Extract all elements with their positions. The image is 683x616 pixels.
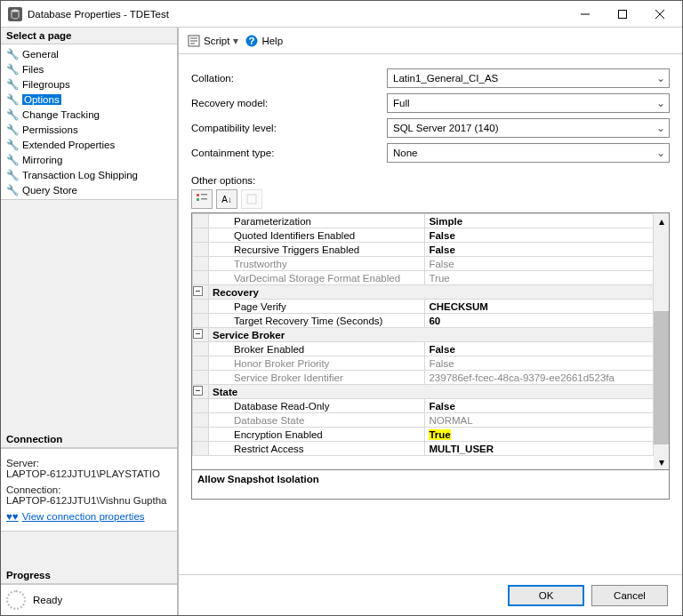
window: Database Properties - TDETest Select a p…: [0, 0, 683, 616]
wrench-icon: 🔧: [6, 78, 19, 91]
property-value[interactable]: Simple: [425, 214, 654, 228]
select-page-header: Select a page: [1, 28, 177, 44]
minimize-button[interactable]: [566, 2, 604, 27]
sidebar-page-change-tracking[interactable]: 🔧Change Tracking: [1, 107, 177, 122]
property-row[interactable]: Quoted Identifiers EnabledFalse: [193, 228, 654, 243]
property-row[interactable]: Restrict AccessMULTI_USER: [193, 442, 654, 456]
scrollbar-thumb[interactable]: [654, 311, 669, 444]
page-label: Mirroring: [22, 155, 62, 165]
collapse-icon[interactable]: [193, 386, 203, 396]
progress-icon: [6, 590, 26, 610]
property-row[interactable]: Page VerifyCHECKSUM: [193, 300, 654, 314]
sidebar-page-transaction-log-shipping[interactable]: 🔧Transaction Log Shipping: [1, 167, 177, 182]
window-controls: [566, 2, 679, 27]
property-value[interactable]: NORMAL: [425, 413, 654, 428]
connection-panel: Server: LAPTOP-612JJTU1\PLAYSTATIO Conne…: [1, 448, 177, 532]
chevron-down-icon: ⌄: [656, 147, 665, 159]
page-label: Files: [22, 64, 44, 75]
chevron-down-icon: ▾: [233, 35, 238, 47]
property-value[interactable]: False: [425, 356, 654, 371]
property-name: Recursive Triggers Enabled: [209, 243, 425, 257]
property-row[interactable]: Recursive Triggers EnabledFalse: [193, 243, 654, 257]
compat-select[interactable]: SQL Server 2017 (140) ⌄: [387, 118, 670, 138]
scroll-down-icon[interactable]: ▾: [654, 454, 669, 469]
category-row[interactable]: Service Broker: [193, 328, 654, 342]
sidebar-page-general[interactable]: 🔧General: [1, 46, 177, 61]
property-name: Broker Enabled: [209, 342, 425, 356]
property-value[interactable]: True: [425, 271, 654, 285]
cancel-button[interactable]: Cancel: [591, 585, 668, 606]
chevron-down-icon: ⌄: [656, 122, 665, 134]
wrench-icon: 🔧: [6, 108, 19, 121]
collapse-icon[interactable]: [193, 286, 203, 296]
connection-label: Connection:: [6, 484, 172, 495]
sidebar-page-filegroups[interactable]: 🔧Filegroups: [1, 76, 177, 92]
category-row[interactable]: State: [193, 385, 654, 399]
wrench-icon: 🔧: [6, 154, 19, 166]
property-value[interactable]: 239786ef-fcec-48ca-9379-ee2661d523fa: [425, 371, 654, 385]
property-name: VarDecimal Storage Format Enabled: [209, 271, 425, 285]
dialog-footer: OK Cancel: [179, 574, 682, 615]
property-value[interactable]: MULTI_USER: [425, 442, 654, 456]
sidebar-page-options[interactable]: 🔧Options: [1, 92, 177, 107]
property-row[interactable]: Database Read-OnlyFalse: [193, 399, 654, 413]
sidebar: Select a page 🔧General🔧Files🔧Filegroups🔧…: [1, 28, 179, 615]
server-label: Server:: [6, 458, 172, 468]
progress-status: Ready: [33, 595, 62, 605]
category-row[interactable]: Recovery: [193, 285, 654, 300]
page-label: Transaction Log Shipping: [22, 170, 138, 180]
script-button[interactable]: Script ▾: [188, 35, 238, 47]
property-row[interactable]: Target Recovery Time (Seconds)60: [193, 314, 654, 328]
maximize-button[interactable]: [604, 2, 641, 27]
view-connection-link[interactable]: ♥♥ View connection properties: [6, 511, 145, 522]
ok-button[interactable]: OK: [508, 585, 584, 606]
sidebar-page-extended-properties[interactable]: 🔧Extended Properties: [1, 137, 177, 152]
svg-rect-13: [201, 194, 207, 196]
scroll-up-icon[interactable]: ▴: [654, 213, 669, 228]
close-button[interactable]: [641, 2, 679, 27]
scrollbar[interactable]: ▴ ▾: [654, 213, 669, 469]
property-row[interactable]: Encryption EnabledTrue: [193, 428, 654, 442]
property-value[interactable]: False: [425, 257, 654, 271]
sidebar-page-files[interactable]: 🔧Files: [1, 61, 177, 76]
connection-icon: ♥♥: [6, 511, 19, 522]
property-row[interactable]: Honor Broker PriorityFalse: [193, 356, 654, 371]
main-panel: Script ▾ ? Help Collation: Latin1_Genera…: [179, 28, 682, 615]
titlebar: Database Properties - TDETest: [1, 1, 682, 28]
property-row[interactable]: Database StateNORMAL: [193, 413, 654, 428]
content: Collation: Latin1_General_CI_AS ⌄ Recove…: [179, 54, 682, 574]
property-value[interactable]: CHECKSUM: [425, 300, 654, 314]
svg-rect-12: [197, 198, 199, 201]
alphabetical-button[interactable]: A↓: [216, 189, 237, 209]
containment-select[interactable]: None ⌄: [387, 143, 670, 163]
sidebar-page-query-store[interactable]: 🔧Query Store: [1, 182, 177, 197]
property-pages-button[interactable]: [241, 189, 262, 209]
categorized-button[interactable]: [191, 189, 213, 209]
script-icon: [188, 35, 200, 47]
property-value[interactable]: False: [425, 399, 654, 413]
property-name: Database State: [209, 413, 425, 428]
property-value[interactable]: 60: [425, 314, 654, 328]
recovery-model-select[interactable]: Full ⌄: [387, 93, 670, 113]
help-button[interactable]: ? Help: [245, 35, 283, 47]
sidebar-page-mirroring[interactable]: 🔧Mirroring: [1, 152, 177, 167]
collation-select[interactable]: Latin1_General_CI_AS ⌄: [387, 68, 670, 88]
property-name: Target Recovery Time (Seconds): [209, 314, 425, 328]
wrench-icon: 🔧: [6, 48, 19, 60]
property-value[interactable]: False: [425, 243, 654, 257]
property-value[interactable]: False: [425, 342, 654, 356]
collation-label: Collation:: [191, 73, 387, 84]
property-value[interactable]: False: [425, 228, 654, 243]
property-grid[interactable]: ▴ ▾ ParameterizationSimpleQuoted Identif…: [191, 212, 670, 470]
property-row[interactable]: VarDecimal Storage Format EnabledTrue: [193, 271, 654, 285]
property-row[interactable]: Broker EnabledFalse: [193, 342, 654, 356]
property-row[interactable]: TrustworthyFalse: [193, 257, 654, 271]
svg-text:?: ?: [249, 36, 255, 46]
property-name: Trustworthy: [209, 257, 425, 271]
progress-header: Progress: [1, 567, 177, 584]
property-row[interactable]: ParameterizationSimple: [193, 214, 654, 228]
property-row[interactable]: Service Broker Identifier239786ef-fcec-4…: [193, 371, 654, 385]
collapse-icon[interactable]: [193, 329, 203, 339]
sidebar-page-permissions[interactable]: 🔧Permissions: [1, 122, 177, 137]
property-value[interactable]: True: [425, 428, 654, 442]
